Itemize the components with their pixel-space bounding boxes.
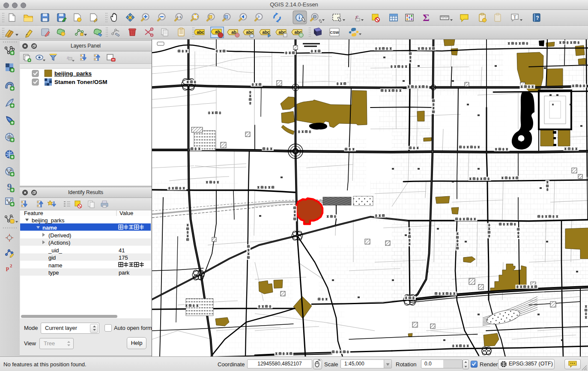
svg-text:type: type <box>48 269 59 276</box>
svg-text:175: 175 <box>119 254 128 261</box>
svg-text:gid: gid <box>48 254 56 261</box>
svg-text:name: name <box>48 262 63 269</box>
svg-text:park: park <box>119 269 130 276</box>
svg-text:Σ: Σ <box>423 12 430 23</box>
svg-text:(Derived): (Derived) <box>48 232 71 239</box>
svg-text:_uid_: _uid_ <box>48 247 63 254</box>
svg-text:name: name <box>42 224 57 231</box>
svg-text:p: p <box>6 265 9 271</box>
svg-text:beijing_parks: beijing_parks <box>32 217 65 224</box>
svg-text:Value: Value <box>119 210 133 216</box>
svg-text:?: ? <box>536 15 539 21</box>
svg-text:(Actions): (Actions) <box>48 239 70 246</box>
svg-text:beijing_parks: beijing_parks <box>54 70 92 77</box>
svg-text:Feature: Feature <box>24 210 43 216</box>
svg-text:Stamen Toner/OSM: Stamen Toner/OSM <box>54 79 107 85</box>
svg-text:abc: abc <box>197 30 204 35</box>
svg-text:CSW: CSW <box>330 30 340 35</box>
svg-text:1:1: 1:1 <box>176 15 182 19</box>
svg-text:2: 2 <box>10 263 12 268</box>
svg-text:abc: abc <box>246 30 254 35</box>
svg-text:T: T <box>513 14 516 19</box>
svg-text:41: 41 <box>119 247 125 254</box>
